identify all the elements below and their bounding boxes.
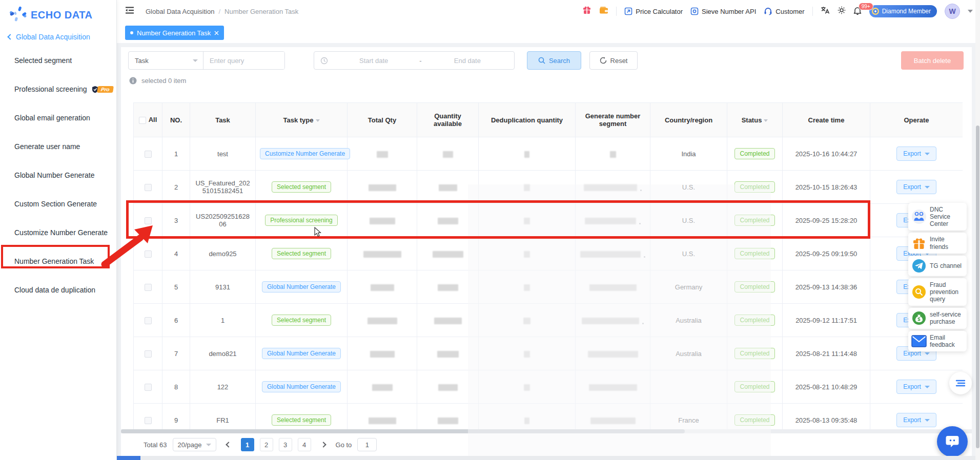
close-icon[interactable] [214,31,219,35]
goto-page-input[interactable] [357,438,377,451]
task-type-tag: Global Number Generate [262,281,341,292]
sidebar-item-customize-number-generate[interactable]: Customize Number Generate [0,218,116,247]
redacted-value [437,351,459,358]
customer-service-link[interactable]: Customer [764,7,804,15]
query-input[interactable] [203,52,284,69]
task-type-tag: Selected segment [272,248,331,259]
tg-channel-item[interactable]: TG channel [908,256,967,276]
vertical-scrollbar[interactable] [975,0,980,460]
filter-field-select[interactable]: Task [129,52,203,69]
notifications-bell[interactable]: 99+ [853,6,862,17]
batch-delete-label: Batch delete [914,57,951,65]
fraud-prevention-query-item[interactable]: Fraud prevention query [908,278,967,306]
cell-create-time: 2025-08-13 09:35:48 [783,404,870,430]
chevron-down-icon [925,419,930,422]
sidebar-item-number-generation-task[interactable]: Number Generation Task [0,247,116,276]
cell-task: FR1 [190,404,256,430]
export-button[interactable]: Export [896,180,936,194]
cell-country: U.S. [650,204,727,237]
cell-create-time: 2025-09-13 14:38:36 [783,270,870,304]
theme-brightness-icon[interactable] [838,6,846,16]
membership-pill[interactable]: Diamond Member [869,5,937,17]
search-icon [538,57,545,64]
chat-support-button[interactable] [937,426,968,457]
sidebar-item-custom-section-generate[interactable]: Custom Section Generate [0,190,116,218]
gift-icon[interactable] [582,6,591,17]
cell-create-time: 2025-08-21 11:14:48 [783,337,870,370]
self-service-purchase-item[interactable]: self-service purchase [908,308,967,328]
row-checkbox[interactable] [145,250,152,258]
row-checkbox[interactable] [145,317,152,324]
date-range-picker[interactable]: Start date - End date [314,51,515,70]
sidebar-item-global-email-generation[interactable]: Global email generation [0,103,116,132]
invite-friends-item[interactable]: Invite friends [908,233,967,253]
redacted-value [443,151,453,158]
menu-lines-icon [955,379,966,387]
floating-item-label: Invite friends [930,236,964,250]
sidebar-item-generate-user-name[interactable]: Generate user name [0,132,116,161]
cell-create-time: 2025-09-25 15:28:20 [783,204,870,237]
header-status[interactable]: Status [727,103,783,137]
collapse-menu-icon[interactable] [125,6,134,16]
tasks-table: All NO. Task Task type Total Qty Quantit… [133,102,963,429]
redacted-value [369,184,396,191]
sidebar-item-selected-segment[interactable]: Selected segment [0,46,116,75]
email-feedback-item[interactable]: Email feedback [908,331,967,351]
sidebar-item-global-number-generate[interactable]: Global Number Generate [0,161,116,190]
next-page-button[interactable] [317,438,330,451]
divider [812,7,813,16]
row-checkbox[interactable] [145,151,152,158]
vertical-scrollbar-thumb[interactable] [976,126,979,448]
chevron-down-icon[interactable] [968,10,973,13]
header-no: NO. [162,103,190,137]
topbar-actions: Price Calculator Sieve Number API [582,4,973,19]
sidebar-item-cloud-data-deduplication[interactable]: Cloud data de duplication [0,276,116,304]
export-button[interactable]: Export [896,147,936,161]
reset-button[interactable]: Reset [589,51,638,70]
table-horizontal-scrollbar[interactable] [121,429,972,433]
row-checkbox[interactable] [145,350,152,358]
sidebar-item-professional-screening[interactable]: Professional screening Pro [0,75,116,103]
wallet-icon[interactable] [599,6,608,16]
breadcrumb-root[interactable]: Global Data Acquisition [146,8,214,15]
row-checkbox[interactable] [145,384,152,391]
floating-menu-collapse-button[interactable] [949,372,972,394]
clock-icon [320,57,328,65]
task-type-tag: Selected segment [272,414,331,426]
prev-page-button[interactable] [222,438,235,451]
cell-country: Germany [650,270,727,304]
redacted-value [589,284,637,291]
page-button-2[interactable]: 2 [260,438,273,451]
horizontal-scrollbar-thumb[interactable] [117,456,140,460]
page-button-3[interactable]: 3 [279,438,292,451]
sidebar-back-link[interactable]: Global Data Acquisition [8,33,116,41]
row-checkbox[interactable] [145,184,152,191]
sieve-api-label: Sieve Number API [702,8,756,15]
avatar[interactable]: W [945,4,960,19]
dnc-service-center-item[interactable]: DNC Service Center [908,203,967,231]
redacted-value [524,251,530,258]
page-size-select[interactable]: 20/page [173,438,216,451]
row-checkbox[interactable] [145,217,152,224]
search-button[interactable]: Search [527,51,581,70]
price-calculator-link[interactable]: Price Calculator [624,7,683,15]
page-button-4[interactable]: 4 [298,438,311,451]
tab-number-generation-task[interactable]: Number Generation Task [125,26,224,40]
chevron-left-icon [7,34,13,39]
row-checkbox[interactable] [145,284,152,291]
export-button[interactable]: Export [896,380,936,394]
row-checkbox[interactable] [145,417,152,424]
export-button[interactable]: Export [896,413,936,427]
batch-delete-button[interactable]: Batch delete [901,51,964,70]
floating-item-label: DNC Service Center [930,206,964,227]
horizontal-scrollbar[interactable] [117,456,975,460]
select-all-checkbox[interactable] [139,117,146,124]
translate-icon[interactable] [821,6,830,16]
cell-no: 9 [162,404,190,430]
table-row: 3 US20250925162806 Professional screenin… [134,204,963,237]
status-badge: Completed [734,181,774,193]
sieve-number-api-link[interactable]: Sieve Number API [690,7,756,15]
header-task-type[interactable]: Task type [256,103,348,137]
redacted-value [523,318,530,324]
page-button-1[interactable]: 1 [241,438,254,451]
